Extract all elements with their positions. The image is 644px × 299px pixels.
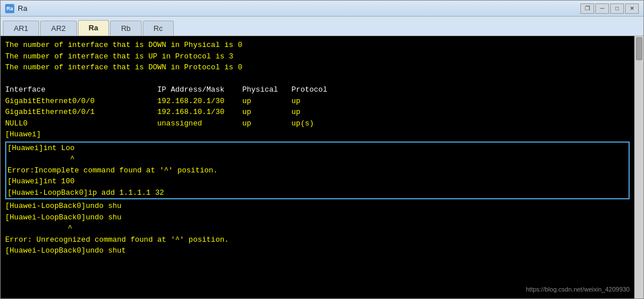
- highlighted-command-block: [Huawei]int Loo ^ Error:Incomplete comma…: [5, 141, 630, 200]
- terminal-line: Interface IP Address/Mask Physical Proto…: [5, 84, 630, 96]
- terminal-line: [Huawei-LoopBack0]undo shu: [5, 212, 630, 223]
- terminal-line: The number of interface that is DOWN in …: [5, 62, 630, 73]
- tab-Rb[interactable]: Rb: [110, 21, 142, 36]
- maximize-button[interactable]: □: [610, 3, 624, 14]
- title-bar: Ra Ra ❐ ─ □ ✕: [1, 1, 643, 17]
- minimize-button[interactable]: ─: [595, 3, 609, 14]
- tab-AR2[interactable]: AR2: [40, 21, 76, 36]
- tab-Ra[interactable]: Ra: [78, 20, 110, 36]
- terminal-line: The number of interface that is DOWN in …: [5, 40, 630, 51]
- terminal-line: Error:Incomplete command found at '^' po…: [7, 165, 627, 176]
- terminal-line: NULL0 unassigned up up(s): [5, 118, 630, 129]
- scrollbar-thumb[interactable]: [636, 37, 642, 60]
- window-icon: Ra: [5, 4, 14, 13]
- terminal-line: The number of interface that is UP in Pr…: [5, 51, 630, 62]
- terminal-line: ^: [7, 154, 627, 165]
- scrollbar[interactable]: [634, 36, 643, 298]
- window-title: Ra: [18, 4, 580, 13]
- terminal-line: [5, 73, 630, 85]
- terminal-line: [Huawei-LoopBack0]undo shut: [5, 245, 630, 257]
- tab-bar: AR1 AR2 Ra Rb Rc: [1, 17, 643, 36]
- terminal-line: [Huawei]int Loo: [7, 143, 627, 154]
- terminal-line: [Huawei-LoopBack0]undo shu: [5, 200, 630, 212]
- terminal-output[interactable]: The number of interface that is DOWN in …: [1, 36, 634, 298]
- terminal-line: [Huawei-LoopBack0]ip add 1.1.1.1 32: [7, 187, 627, 199]
- watermark: https://blog.csdn.net/weixin_4209930: [526, 285, 630, 294]
- main-window: Ra Ra ❐ ─ □ ✕ AR1 AR2 Ra Rb Rc The numbe…: [0, 0, 644, 299]
- restore-button[interactable]: ❐: [580, 3, 594, 14]
- terminal-line: Error: Unrecognized command found at '^'…: [5, 234, 630, 246]
- tab-Rc[interactable]: Rc: [143, 21, 174, 36]
- terminal-line: GigabitEthernet0/0/1 192.168.10.1/30 up …: [5, 107, 630, 118]
- content-area: The number of interface that is DOWN in …: [1, 36, 643, 298]
- close-button[interactable]: ✕: [625, 3, 639, 14]
- terminal-line: [Huawei]int 100: [7, 176, 627, 187]
- terminal-line: GigabitEthernet0/0/0 192.168.20.1/30 up …: [5, 96, 630, 107]
- terminal-line: ^: [5, 223, 630, 234]
- terminal-line: [Huawei]: [5, 129, 630, 140]
- window-controls: ❐ ─ □ ✕: [580, 3, 639, 14]
- tab-AR1[interactable]: AR1: [3, 21, 39, 36]
